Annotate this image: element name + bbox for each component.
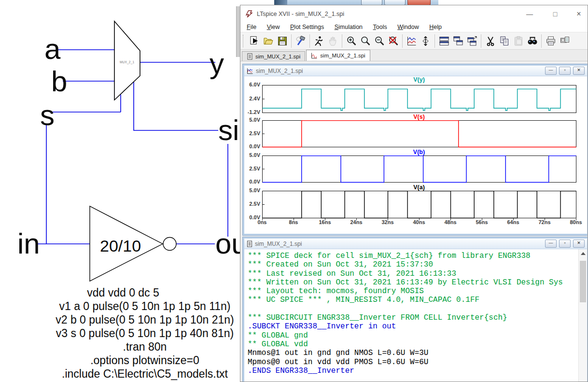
- zoom-out-icon[interactable]: [372, 34, 386, 48]
- waveform-close-button[interactable]: ✕: [573, 67, 585, 75]
- open-folder-icon[interactable]: [261, 34, 275, 48]
- manual-axis-icon[interactable]: [419, 34, 433, 48]
- spice-deck-line: vdd vdd 0 dc 5: [7, 286, 239, 299]
- ltspice-titlebar[interactable]: LTspice XVII - sim_MUX_2_1.spi — □ ×: [240, 5, 588, 23]
- scrollbar-thumb[interactable]: [580, 261, 586, 302]
- y-axis-tick-label: -1.2V: [244, 109, 260, 115]
- y-axis-tick-label: 2.5V: [244, 201, 260, 207]
- net-label-b: b: [51, 67, 67, 96]
- maximize-button[interactable]: □: [550, 9, 560, 19]
- ltspice-window: LTspice XVII - sim_MUX_2_1.spi — □ × Fil…: [240, 5, 588, 382]
- spice-deck-line: v1 a 0 pulse(0 5 10n 1p 1p 5n 11n): [29, 299, 261, 313]
- toolbar-separator: [291, 34, 292, 48]
- net-label-s: s: [40, 101, 55, 130]
- toolbar: [240, 32, 588, 50]
- netlist-line: *** Written on Sun Oct 31, 2021 16:13:49…: [248, 278, 578, 287]
- autorange-y-icon[interactable]: [405, 34, 419, 48]
- zoom-full-icon[interactable]: [386, 34, 400, 48]
- netlist-window-titlebar[interactable]: sim_MUX_2_1.spi — ▫ ✕: [244, 239, 587, 249]
- menu-tools[interactable]: Tools: [369, 23, 392, 31]
- copy-icon[interactable]: [497, 34, 511, 48]
- netlist-close-button[interactable]: ✕: [573, 240, 585, 248]
- waveform-window-titlebar[interactable]: sim_MUX_2_1.spi — ▫ ✕: [244, 66, 587, 76]
- scrollbar-up-arrow-icon[interactable]: [581, 252, 586, 255]
- net-label-si: si: [218, 116, 239, 145]
- trace-V(s): [263, 121, 576, 147]
- tile-vertical-icon[interactable]: [451, 34, 465, 48]
- time-axis-tick-label: 16ns: [319, 219, 331, 225]
- tile-horizontal-icon[interactable]: [437, 34, 451, 48]
- menu-view[interactable]: View: [263, 23, 284, 31]
- print-preview-icon[interactable]: [558, 34, 572, 48]
- spice-deck-line: v2 b 0 pulse(0 5 10n 1p 1p 10n 21n): [29, 313, 261, 326]
- netlist-editor[interactable]: *** SPICE deck for cell sim_MUX_2_1{sch}…: [248, 252, 578, 382]
- ltspice-logo-icon: [245, 10, 253, 18]
- window-title: LTspice XVII - sim_MUX_2_1.spi: [257, 11, 344, 17]
- toolbar-grip: [243, 35, 245, 47]
- tab-waveform[interactable]: sim_MUX_2_1.spi: [306, 50, 370, 61]
- y-axis-tick-label: 2.5V: [244, 130, 260, 136]
- tab-bar: sim_MUX_2_1.spi sim_MUX_2_1.spi: [240, 50, 588, 61]
- spice-deck-text: vdd vdd 0 dc 5 v1 a 0 pulse(0 5 10n 1p 1…: [29, 286, 261, 381]
- pane-plot-V(y)[interactable]: [262, 85, 577, 113]
- waveform-window: sim_MUX_2_1.spi — ▫ ✕ V(y)6.0V2.4V-1.2VV…: [243, 64, 588, 235]
- menu-window[interactable]: Window: [393, 23, 423, 31]
- time-axis-tick-label: 64ns: [507, 219, 519, 225]
- y-axis-tick-label: 0.0V: [244, 179, 260, 184]
- find-icon[interactable]: [525, 34, 539, 48]
- pane-title-V(s): V(s): [262, 113, 576, 120]
- waveform-plot-area[interactable]: V(y)6.0V2.4V-1.2VV(s)5.0V2.5V0.0VV(b)5.0…: [244, 76, 587, 234]
- netlist-restore-button[interactable]: ▫: [559, 240, 571, 248]
- time-axis-tick-label: 0ns: [258, 219, 267, 225]
- netlist-window: sim_MUX_2_1.spi — ▫ ✕ *** SPICE deck for…: [243, 237, 588, 382]
- tab-netlist[interactable]: sim_MUX_2_1.spi: [242, 51, 305, 61]
- time-axis-tick-label: 56ns: [476, 219, 488, 225]
- menu-help[interactable]: Help: [425, 23, 446, 31]
- save-icon[interactable]: [275, 34, 289, 48]
- y-axis-tick-label: 6.0V: [244, 82, 260, 87]
- netlist-line: *** Layout tech: mocmos, foundry MOSIS: [248, 287, 578, 296]
- pane-plot-V(b)[interactable]: [262, 156, 577, 183]
- toolbar-separator: [541, 34, 542, 48]
- cascade-windows-icon[interactable]: [465, 34, 479, 48]
- y-axis-tick-label: 5.0V: [244, 117, 260, 123]
- menu-file[interactable]: File: [242, 23, 261, 31]
- tab-label: sim_MUX_2_1.spi: [255, 54, 300, 59]
- time-axis-tick-label: 80ns: [570, 219, 582, 225]
- run-doc-icon[interactable]: [247, 34, 261, 48]
- toolbar-separator: [434, 34, 435, 48]
- netlist-line: Mpmos@0 out in vdd vdd PMOS L=0.6U W=6U: [248, 358, 578, 367]
- time-axis-tick-label: 8ns: [289, 219, 298, 225]
- netlist-line: *** Last revised on Sun Oct 31, 2021 16:…: [248, 269, 578, 278]
- electric-schematic-area: a b s y si in out MUX_2_1 20/10 vdd vdd …: [0, 0, 241, 382]
- toolbar-separator: [342, 34, 342, 48]
- netlist-line: Mnmos@1 out in gnd gnd NMOS L=0.6U W=3U: [248, 349, 578, 357]
- spice-deck-line: .options plotwinsize=0: [29, 354, 261, 367]
- time-axis-tick-label: 24ns: [350, 219, 362, 225]
- netlist-minimize-button[interactable]: —: [545, 240, 557, 248]
- netlist-scrollbar[interactable]: [578, 249, 587, 382]
- menu-plot-settings[interactable]: Plot Settings: [286, 23, 328, 31]
- netlist-line: .SUBCKT ENGR338__Inverter in out: [248, 322, 578, 331]
- minimize-button[interactable]: —: [524, 9, 535, 19]
- cut-icon[interactable]: [483, 34, 497, 48]
- y-axis-tick-label: 5.0V: [244, 152, 260, 158]
- zoom-in-icon[interactable]: [344, 34, 358, 48]
- waveform-minimize-button[interactable]: —: [545, 67, 557, 75]
- pane-plot-V(s)[interactable]: [262, 120, 577, 148]
- control-panel-hammer-icon[interactable]: [294, 34, 308, 48]
- close-button[interactable]: ×: [574, 9, 584, 19]
- toolbar-separator: [309, 34, 310, 48]
- time-axis-tick-label: 48ns: [444, 219, 456, 225]
- print-icon[interactable]: [544, 34, 558, 48]
- netlist-content: *** SPICE deck for cell sim_MUX_2_1{sch}…: [244, 249, 587, 382]
- run-man-icon[interactable]: [312, 34, 326, 48]
- time-axis-tick-label: 72ns: [538, 219, 550, 225]
- waveform-restore-button[interactable]: ▫: [559, 67, 571, 75]
- pane-plot-V(a)[interactable]: [262, 191, 577, 221]
- waveform-window-title: sim_MUX_2_1.spi: [256, 68, 543, 74]
- menu-simulation[interactable]: Simulation: [330, 23, 367, 31]
- netlist-doc-icon: [247, 53, 253, 60]
- zoom-area-icon[interactable]: [358, 34, 372, 48]
- mdi-area: sim_MUX_2_1.spi — ▫ ✕ V(y)6.0V2.4V-1.2VV…: [240, 61, 588, 382]
